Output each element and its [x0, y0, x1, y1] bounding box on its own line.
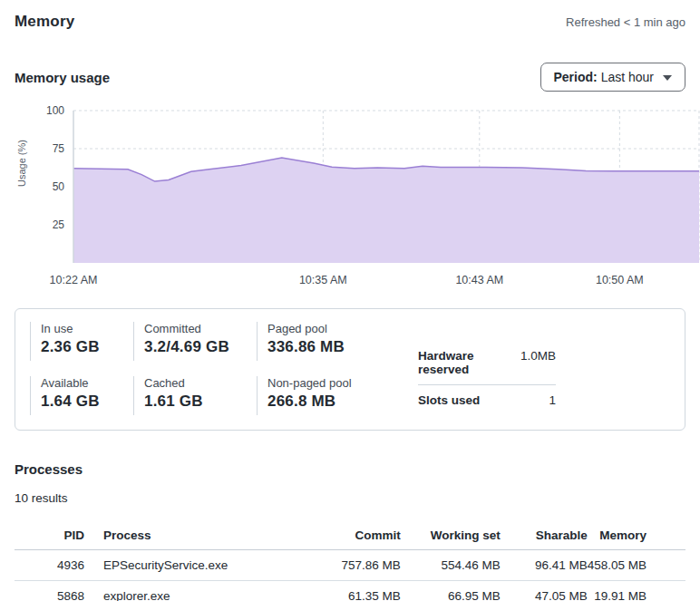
stat-label: Committed — [144, 322, 257, 335]
y-tick-label: 50 — [28, 180, 64, 193]
y-tick-label: 100 — [28, 104, 64, 117]
stat-committed: Committed 3.2/4.69 GB — [133, 322, 257, 361]
x-tick-label: 10:43 AM — [455, 274, 503, 286]
table-header-row: PID Process Commit Working set Sharable … — [15, 521, 685, 550]
table-row[interactable]: 4936 EPSecurityService.exe 757.86 MB 554… — [15, 550, 685, 581]
column-header-commit[interactable]: Commit — [283, 521, 401, 550]
usage-chart-svg — [73, 111, 699, 263]
stat-available: Available 1.64 GB — [30, 376, 133, 415]
cell-commit: 61.35 MB — [283, 581, 401, 601]
hw-row-value: 1.0MB — [520, 349, 556, 376]
hw-row-label: Slots used — [418, 393, 480, 407]
results-count: 10 results — [15, 491, 685, 505]
stat-label: Paged pool — [267, 322, 402, 335]
stat-label: Non-paged pool — [267, 376, 402, 390]
slots-used-row: Slots used 1 — [418, 384, 556, 415]
stat-cached: Cached 1.61 GB — [133, 376, 257, 415]
stat-value: 3.2/4.69 GB — [144, 338, 257, 356]
processes-table: PID Process Commit Working set Sharable … — [15, 521, 685, 601]
period-label: Period: — [554, 70, 598, 84]
memory-usage-title: Memory usage — [15, 70, 110, 85]
column-header-process[interactable]: Process — [84, 521, 283, 550]
processes-title: Processes — [15, 461, 685, 477]
page-header: Memory Refreshed < 1 min ago — [15, 0, 685, 31]
memory-usage-section-header: Memory usage Period: Last hour — [15, 62, 685, 92]
page-title: Memory — [15, 13, 74, 31]
column-header-memory[interactable]: Memory — [588, 521, 685, 550]
x-tick-label: 10:35 AM — [299, 274, 347, 286]
hardware-reserved-table: Hardware reserved 1.0MB Slots used 1 — [418, 344, 556, 415]
stat-label: Cached — [144, 376, 257, 390]
x-tick-label: 10:50 AM — [596, 274, 644, 286]
chevron-down-icon — [663, 75, 672, 81]
cell-memory: 19.91 MB — [588, 581, 685, 601]
stat-in-use: In use 2.36 GB — [30, 322, 133, 361]
column-header-working-set[interactable]: Working set — [401, 521, 501, 550]
cell-working-set: 66.95 MB — [401, 581, 501, 601]
stat-value: 2.36 GB — [41, 338, 133, 356]
stat-non-paged-pool: Non-paged pool 266.8 MB — [257, 376, 402, 415]
memory-page: Memory Refreshed < 1 min ago Memory usag… — [0, 0, 700, 601]
memory-usage-chart: Usage (%) 255075100 10:22 AM10:35 AM10:4… — [15, 111, 685, 292]
stat-label: Available — [41, 376, 133, 390]
period-dropdown[interactable]: Period: Last hour — [540, 63, 686, 92]
cell-process: EPSecurityService.exe — [84, 550, 283, 581]
stat-label: In use — [41, 322, 133, 335]
cell-commit: 757.86 MB — [283, 550, 401, 581]
y-axis-title: Usage (%) — [16, 140, 27, 187]
usage-area — [73, 158, 699, 263]
hardware-reserved-row: Hardware reserved 1.0MB — [418, 344, 556, 384]
cell-sharable: 96.41 MB — [501, 550, 588, 581]
refreshed-status: Refreshed < 1 min ago — [566, 15, 685, 29]
hw-row-value: 1 — [549, 393, 556, 407]
y-tick-label: 75 — [28, 142, 64, 155]
table-row[interactable]: 5868 explorer.exe 61.35 MB 66.95 MB 47.0… — [15, 581, 685, 601]
stat-value: 266.8 MB — [267, 393, 402, 411]
period-value: Last hour — [601, 70, 654, 84]
cell-process: explorer.exe — [84, 581, 283, 601]
x-tick-label: 10:22 AM — [50, 274, 98, 286]
y-tick-label: 25 — [28, 218, 64, 231]
cell-pid: 4936 — [15, 550, 84, 581]
stat-paged-pool: Paged pool 336.86 MB — [257, 322, 402, 361]
stat-value: 336.86 MB — [267, 338, 402, 356]
stats-grid: In use 2.36 GB Committed 3.2/4.69 GB Pag… — [30, 322, 402, 415]
chart-plot-area: 255075100 10:22 AM10:35 AM10:43 AM10:50 … — [73, 111, 699, 263]
memory-stats-panel: In use 2.36 GB Committed 3.2/4.69 GB Pag… — [15, 308, 685, 431]
column-header-pid[interactable]: PID — [15, 521, 84, 550]
hw-row-label: Hardware reserved — [418, 349, 520, 376]
column-header-sharable[interactable]: Sharable — [501, 521, 588, 550]
cell-memory: 458.05 MB — [588, 550, 685, 581]
cell-working-set: 554.46 MB — [401, 550, 501, 581]
cell-pid: 5868 — [15, 581, 84, 601]
stat-value: 1.64 GB — [41, 393, 133, 411]
cell-sharable: 47.05 MB — [501, 581, 588, 601]
period-dropdown-text: Period: Last hour — [554, 70, 655, 84]
stat-value: 1.61 GB — [144, 393, 257, 411]
